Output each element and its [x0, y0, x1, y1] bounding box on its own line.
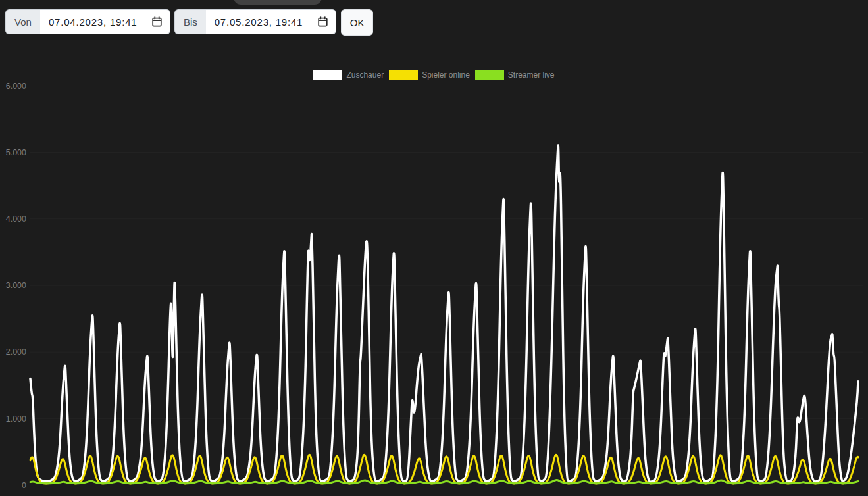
calendar-icon[interactable] [152, 16, 162, 27]
legend-item-streamer-live[interactable]: Streamer live [475, 70, 555, 80]
zuschauer-line [30, 145, 858, 482]
von-datetime-input[interactable]: 07.04.2023, 19:41 [40, 9, 170, 34]
streamer-live-swatch [475, 70, 504, 80]
von-label: Von [5, 9, 40, 34]
y-tick-label: 4.000 [6, 214, 26, 224]
von-datetime-value: 07.04.2023, 19:41 [49, 16, 138, 28]
calendar-icon[interactable] [318, 16, 328, 27]
spieler-online-swatch [389, 70, 418, 80]
legend-item-zuschauer[interactable]: Zuschauer [313, 70, 384, 80]
legend-label: Spieler online [422, 70, 470, 80]
bis-datetime-group: Bis 07.05.2023, 19:41 [174, 9, 336, 34]
bis-label: Bis [174, 9, 206, 34]
y-tick-label: 1.000 [6, 414, 26, 424]
y-tick-label: 5.000 [6, 148, 26, 157]
bis-datetime-input[interactable]: 07.05.2023, 19:41 [206, 9, 336, 34]
zuschauer-swatch [313, 70, 342, 80]
legend-label: Zuschauer [346, 70, 384, 80]
legend-label: Streamer live [508, 70, 555, 80]
legend-item-spieler-online[interactable]: Spieler online [389, 70, 470, 80]
date-range-toolbar: Von 07.04.2023, 19:41 Bis 07.05.2023, 19… [5, 9, 373, 36]
y-tick-label: 0 [22, 481, 26, 490]
von-datetime-group: Von 07.04.2023, 19:41 [5, 9, 170, 34]
ok-button[interactable]: OK [341, 9, 374, 36]
y-tick-label: 6.000 [6, 82, 26, 91]
collapsed-top-button[interactable] [234, 0, 322, 5]
chart-legend: Zuschauer Spieler online Streamer live [0, 70, 868, 80]
y-tick-label: 3.000 [6, 281, 26, 290]
page: { "toolbar": { "von_label": "Von", "von_… [0, 0, 868, 496]
y-tick-label: 2.000 [6, 347, 26, 357]
bis-datetime-value: 07.05.2023, 19:41 [215, 16, 303, 28]
